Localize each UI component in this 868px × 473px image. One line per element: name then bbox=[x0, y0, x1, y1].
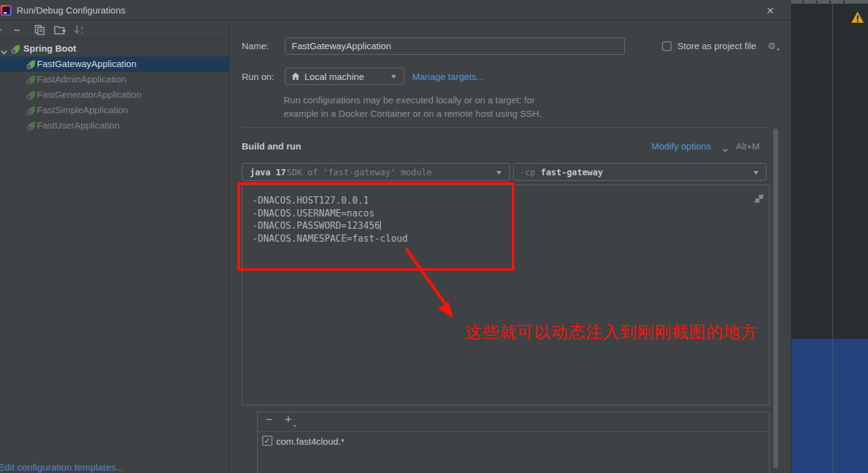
tree-group-label: Spring Boot bbox=[23, 43, 76, 54]
pattern-label: com.fast4cloud.* bbox=[276, 436, 344, 447]
collapse-icon[interactable] bbox=[754, 193, 765, 206]
svg-text:z: z bbox=[81, 30, 83, 35]
manage-targets-link[interactable]: Manage targets... bbox=[412, 71, 484, 82]
sidebar-divider bbox=[229, 20, 229, 473]
warning-icon[interactable] bbox=[851, 11, 864, 23]
tree-item-label: FastSimpleApplication bbox=[37, 105, 128, 115]
annotation-text: 这些就可以动态注入到刚刚截图的地方 bbox=[465, 321, 758, 343]
tree-item-fastsimple[interactable]: FastSimpleApplication bbox=[0, 103, 229, 118]
spring-boot-icon bbox=[26, 90, 36, 100]
home-icon bbox=[291, 72, 300, 82]
edit-configuration-templates-link[interactable]: Edit configuration templates... bbox=[0, 462, 124, 473]
remove-pattern-icon[interactable]: − bbox=[266, 413, 273, 426]
classpath-value: fast-gateway bbox=[541, 167, 603, 177]
editor-tab-fragment bbox=[791, 0, 868, 4]
spring-boot-icon bbox=[26, 121, 36, 131]
dialog-title: Run/Debug Configurations bbox=[17, 5, 125, 15]
svg-text:a: a bbox=[81, 25, 84, 30]
content-scrollbar[interactable] bbox=[773, 129, 778, 468]
chevron-down-icon[interactable] bbox=[2, 45, 6, 55]
spring-boot-icon bbox=[10, 44, 21, 54]
jdk-value: java 17 bbox=[250, 167, 286, 177]
panel-separator bbox=[258, 431, 769, 432]
spring-boot-icon bbox=[26, 105, 36, 116]
tree-item-label: FastUserApplication bbox=[37, 120, 119, 130]
add-pattern-dropdown-arrow-icon bbox=[293, 425, 296, 427]
chevron-down-icon bbox=[391, 75, 396, 79]
editor-split-divider bbox=[832, 4, 833, 473]
tree-group-spring-boot[interactable]: Spring Boot bbox=[0, 41, 229, 57]
store-as-project-file-checkbox[interactable] bbox=[662, 41, 672, 51]
add-configuration-icon[interactable]: + bbox=[0, 24, 2, 37]
name-label: Name: bbox=[242, 41, 269, 51]
class-patterns-panel: − + ✓ com.fast4cloud.* bbox=[257, 411, 770, 473]
run-on-value: Local machine bbox=[305, 71, 364, 82]
tree-item-fastadmin[interactable]: FastAdminApplication bbox=[0, 72, 229, 87]
classpath-prefix: -cp bbox=[520, 167, 535, 177]
run-on-help-line1: Run configurations may be executed local… bbox=[284, 95, 535, 105]
spring-boot-icon bbox=[26, 59, 36, 70]
jdk-hint: SDK of 'fast-gateway' module bbox=[287, 167, 432, 177]
gear-icon[interactable]: ⚙ bbox=[768, 41, 776, 52]
name-input[interactable]: FastGatewayApplication bbox=[285, 38, 625, 55]
build-and-run-title: Build and run bbox=[242, 141, 301, 151]
editor-blue-panel bbox=[792, 339, 868, 473]
jdk-select[interactable]: java 17 SDK of 'fast-gateway' module bbox=[242, 163, 510, 181]
dialog-titlebar: Run/Debug Configurations × bbox=[0, 0, 791, 20]
modify-options-shortcut: Alt+M bbox=[736, 141, 760, 151]
tree-item-fastgateway[interactable]: FastGatewayApplication bbox=[0, 57, 229, 72]
chevron-down-icon bbox=[754, 171, 759, 175]
tree-item-label: FastAdminApplication bbox=[37, 74, 126, 84]
new-folder-icon[interactable] bbox=[54, 25, 66, 37]
tree-item-label: FastGatewayApplication bbox=[37, 58, 137, 69]
name-input-value: FastGatewayApplication bbox=[292, 41, 391, 51]
classpath-select[interactable]: -cp fast-gateway bbox=[513, 163, 766, 181]
tree-item-fastgenerator[interactable]: FastGeneratorApplication bbox=[0, 87, 229, 103]
tree-item-label: FastGeneratorApplication bbox=[37, 89, 141, 100]
intellij-app-icon bbox=[1, 5, 12, 16]
chevron-down-icon bbox=[723, 143, 727, 153]
pattern-checkbox-checked[interactable]: ✓ bbox=[262, 435, 273, 446]
copy-configuration-icon[interactable] bbox=[34, 25, 45, 37]
gear-dropdown-arrow-icon bbox=[777, 49, 780, 51]
add-pattern-icon[interactable]: + bbox=[285, 413, 292, 426]
sort-alphabetically-icon[interactable]: a z bbox=[74, 25, 85, 37]
run-debug-configurations-screen: Run/Debug Configurations × + − bbox=[0, 0, 868, 473]
run-on-select[interactable]: Local machine bbox=[285, 68, 404, 85]
modify-options-link[interactable]: Modify options bbox=[651, 141, 711, 151]
spring-boot-icon bbox=[26, 74, 36, 85]
sidebar-toolbar: + − a bbox=[0, 21, 229, 39]
remove-configuration-icon[interactable]: − bbox=[14, 24, 20, 37]
close-icon[interactable]: × bbox=[766, 3, 774, 18]
store-as-project-file-label: Store as project file bbox=[677, 41, 756, 51]
chevron-down-icon bbox=[496, 171, 501, 175]
run-on-label: Run on: bbox=[242, 71, 274, 82]
section-separator bbox=[242, 127, 768, 128]
run-on-help-line2: example in a Docker Container or on a re… bbox=[284, 108, 541, 119]
annotation-arrow bbox=[394, 239, 474, 333]
tree-item-fastuser[interactable]: FastUserApplication bbox=[0, 118, 229, 133]
